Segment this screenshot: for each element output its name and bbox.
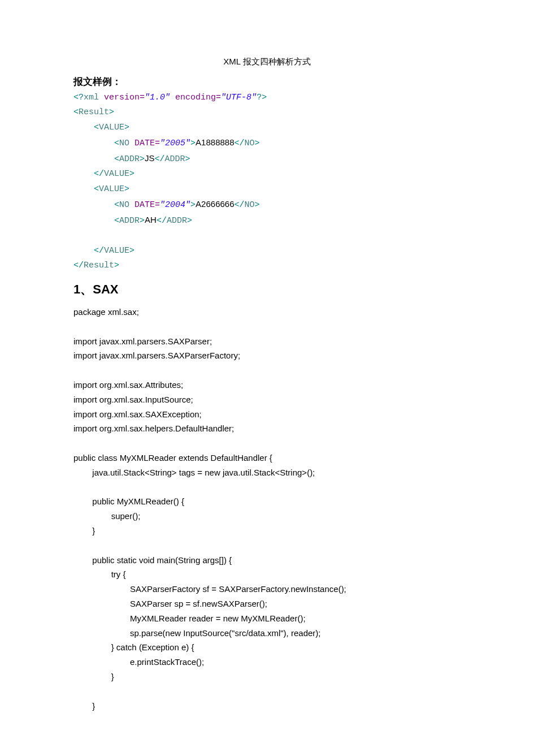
code-line: } [73,526,95,535]
code-line: import javax.xml.parsers.SAXParser; [73,336,212,346]
code-line: java.util.Stack<String> tags = new java.… [73,468,315,477]
page-title: XML 报文四种解析方式 [73,57,461,67]
result-open-tag: Result [79,107,109,117]
code-line: import org.xml.sax.InputSource; [73,395,193,404]
code-line: MyXMLReader reader = new MyXMLReader(); [73,614,306,623]
code-line: import org.xml.sax.helpers.DefaultHandle… [73,424,234,433]
code-line: SAXParser sp = sf.newSAXParser(); [73,599,267,608]
code-line: public class MyXMLReader extends Default… [73,453,272,463]
code-line: import org.xml.sax.Attributes; [73,380,183,390]
document-page: XML 报文四种解析方式 报文样例： <?xml version="1.0" e… [0,0,534,756]
xml-decl-name: xml [84,93,99,102]
code-line: public MyXMLReader() { [73,496,184,506]
result-close-tag: Result [84,261,114,270]
addr-tag: ADDR [119,154,140,164]
xml-code-block: <?xml version="1.0" encoding="UTF-8"?> <… [73,90,461,273]
xml-encoding-attr: encoding= [175,93,221,102]
date-val-1: "2005" [160,139,190,148]
code-line: e.printStackTrace(); [73,657,204,667]
code-line: super(); [73,511,140,521]
code-line: public static void main(String args[]) { [73,555,232,565]
xml-decl-close: ?> [257,93,267,102]
xml-encoding-val: "UTF-8" [221,93,257,102]
xml-decl-open: <? [73,93,84,102]
code-line: } [73,701,95,711]
sample-heading: 报文样例： [73,75,461,88]
section-heading-sax: 1、SAX [73,281,461,298]
value-tag: VALUE [99,123,124,132]
code-line: SAXParserFactory sf = SAXParserFactory.n… [73,584,346,594]
java-code-block: package xml.sax; import javax.xml.parser… [73,305,461,713]
no-text-2: A2666666 [196,199,234,209]
code-line: } [73,672,114,681]
code-line: package xml.sax; [73,307,139,317]
no-text-1: A1888888 [196,137,234,147]
xml-version-val: "1.0" [145,93,170,102]
date-val-2: "2004" [160,200,190,210]
code-line: import javax.xml.parsers.SAXParserFactor… [73,351,240,360]
code-line: } catch (Exception e) { [73,642,194,652]
date-attr: DATE= [134,139,160,148]
code-line: try { [73,569,126,579]
xml-version-attr: version= [104,93,145,102]
code-line: import org.xml.sax.SAXException; [73,409,202,419]
code-line: sp.parse(new InputSource("src/data.xml")… [73,628,320,638]
addr-text-1: JS [145,153,155,163]
no-tag: NO [119,139,129,148]
addr-text-2: AH [145,215,157,224]
